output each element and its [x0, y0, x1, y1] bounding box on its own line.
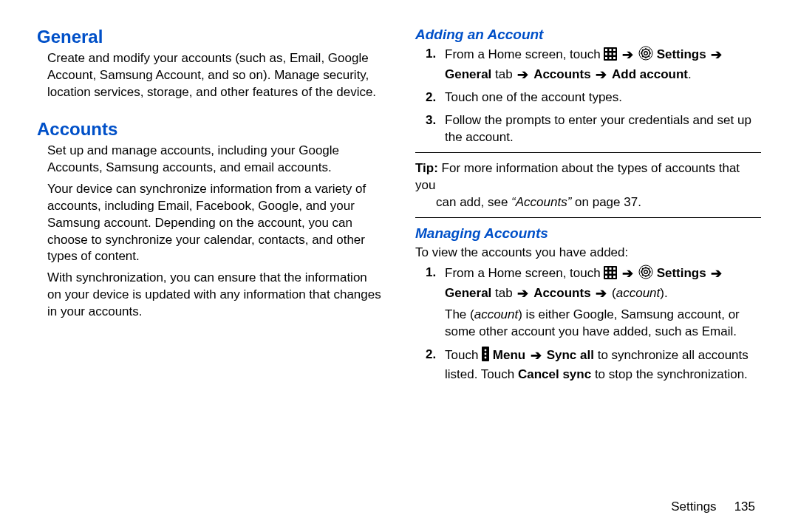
- adding-step-1: From a Home screen, touch ➔ Settings ➔ G…: [426, 46, 761, 83]
- apps-grid-icon: [604, 266, 617, 284]
- footer-section: Settings: [671, 499, 716, 514]
- managing-steps-list: From a Home screen, touch ➔ Settings ➔ G…: [426, 265, 761, 383]
- managing-step-2: Touch Menu ➔ Sync all to synchronize all…: [426, 347, 761, 383]
- footer-page: 135: [734, 499, 755, 514]
- settings-gear-icon: [638, 46, 653, 66]
- svg-rect-8: [610, 57, 612, 59]
- svg-rect-22: [605, 267, 607, 270]
- svg-rect-25: [605, 271, 607, 273]
- managing-step-1: From a Home screen, touch ➔ Settings ➔ G…: [426, 265, 761, 341]
- heading-general: General: [37, 27, 383, 47]
- svg-rect-2: [610, 49, 612, 51]
- menu-dots-icon: [482, 347, 489, 366]
- svg-rect-9: [613, 57, 615, 59]
- managing-intro: To view the accounts you have added:: [415, 245, 761, 262]
- svg-rect-3: [613, 49, 615, 51]
- tip-paragraph: Tip: For more information about the type…: [415, 160, 761, 211]
- arrow-icon: ➔: [531, 347, 542, 364]
- para-accounts-2: Your device can synchronize information …: [47, 181, 383, 266]
- svg-rect-28: [605, 276, 607, 278]
- settings-gear-icon: [638, 265, 653, 284]
- apps-grid-icon: [604, 47, 617, 66]
- svg-rect-29: [610, 276, 612, 278]
- heading-managing-accounts: Managing Accounts: [415, 225, 761, 242]
- left-column: General Create and modify your accounts …: [37, 27, 383, 389]
- adding-steps-list: From a Home screen, touch ➔ Settings ➔ G…: [426, 46, 761, 146]
- arrow-icon: ➔: [517, 66, 528, 83]
- svg-rect-24: [613, 267, 615, 270]
- svg-rect-27: [613, 271, 615, 273]
- heading-adding-account: Adding an Account: [415, 27, 761, 43]
- para-general: Create and modify your accounts (such as…: [47, 50, 383, 101]
- para-accounts-1: Set up and manage accounts, including yo…: [47, 143, 383, 177]
- svg-rect-30: [613, 276, 615, 278]
- arrow-icon: ➔: [622, 265, 633, 282]
- page-footer: Settings135: [671, 499, 755, 514]
- divider: [415, 217, 761, 218]
- svg-rect-7: [605, 57, 607, 59]
- arrow-icon: ➔: [622, 46, 633, 64]
- divider: [415, 152, 761, 153]
- heading-accounts: Accounts: [37, 119, 383, 140]
- right-column: Adding an Account From a Home screen, to…: [415, 27, 761, 389]
- arrow-icon: ➔: [711, 46, 722, 64]
- adding-step-3: Follow the prompts to enter your credent…: [426, 112, 761, 146]
- svg-point-45: [485, 357, 487, 359]
- arrow-icon: ➔: [711, 265, 722, 282]
- arrow-icon: ➔: [517, 284, 528, 302]
- svg-point-43: [485, 349, 487, 352]
- svg-rect-5: [610, 53, 612, 55]
- svg-rect-4: [605, 53, 607, 55]
- para-accounts-3: With synchronization, you can ensure tha…: [47, 270, 383, 321]
- svg-rect-6: [613, 53, 615, 55]
- svg-rect-26: [610, 271, 612, 273]
- arrow-icon: ➔: [596, 66, 607, 83]
- arrow-icon: ➔: [596, 284, 607, 302]
- adding-step-2: Touch one of the account types.: [426, 89, 761, 106]
- svg-point-44: [485, 353, 487, 355]
- svg-rect-23: [610, 267, 612, 270]
- svg-rect-1: [605, 49, 607, 51]
